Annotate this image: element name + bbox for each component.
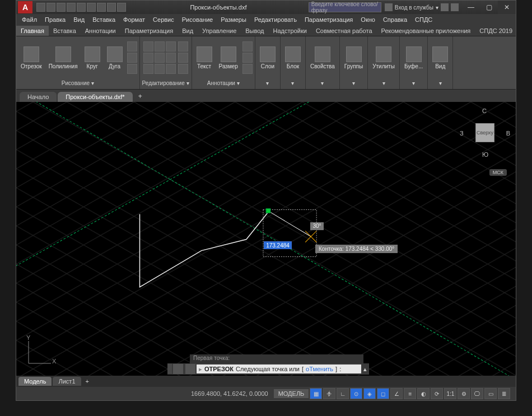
menu-view[interactable]: Вид [70, 15, 88, 24]
menu-service[interactable]: Сервис [150, 15, 178, 24]
status-otrack-icon[interactable]: ∠ [390, 388, 403, 399]
cmdline-grip-icon[interactable] [167, 364, 172, 374]
panel-title-draw[interactable]: Рисование ▾ [62, 78, 94, 88]
qat-more-icon[interactable] [117, 3, 126, 12]
groups-button[interactable]: Группы [342, 45, 365, 71]
exchange-icon[interactable] [441, 3, 449, 11]
status-lwt-icon[interactable]: ≡ [404, 388, 416, 399]
erase-icon[interactable] [178, 41, 188, 52]
viewcube[interactable]: С З В Ю Сверху [460, 107, 510, 158]
status-snap-icon[interactable]: ⸎ [323, 388, 335, 399]
ribbon-tab-insert[interactable]: Вставка [49, 26, 81, 36]
draw-small-2[interactable] [127, 53, 137, 63]
menu-spds[interactable]: СПДС [412, 15, 436, 24]
status-transparency-icon[interactable]: ◐ [417, 388, 430, 399]
clip-button[interactable]: Буфе... [402, 45, 425, 71]
block-button[interactable]: Блок [283, 45, 303, 71]
line-button[interactable]: Отрезок [18, 45, 44, 71]
drawing-canvas[interactable]: 173.2484 30° Конточка: 173.2484 < 330.00… [16, 102, 516, 376]
help-icon[interactable] [451, 3, 459, 11]
menu-window[interactable]: Окно [357, 15, 379, 24]
qat-save-icon[interactable] [57, 3, 66, 12]
qat-print-icon[interactable] [107, 3, 116, 12]
dynamic-length-input[interactable]: 173.2484 [264, 241, 292, 249]
status-ortho-icon[interactable]: ∟ [337, 388, 349, 399]
status-cycle-icon[interactable]: ⟳ [431, 388, 443, 399]
circle-button[interactable]: Круг [82, 45, 102, 71]
ribbon-tab-addins[interactable]: Надстройки [269, 26, 311, 36]
viewcube-west[interactable]: З [460, 130, 464, 137]
array-icon[interactable] [166, 64, 176, 74]
ribbon-tab-annot[interactable]: Аннотации [81, 26, 120, 36]
cmdline-config-icon[interactable] [185, 364, 195, 374]
mirror-icon[interactable] [155, 53, 165, 63]
status-monitor-icon[interactable]: 🖵 [471, 388, 483, 399]
move-icon[interactable] [143, 41, 153, 52]
status-customize-icon[interactable]: ≣ [498, 388, 510, 399]
maximize-button[interactable]: ▢ [480, 1, 498, 14]
qat-open-icon[interactable] [46, 3, 55, 12]
panel-title-annot[interactable]: Аннотации ▾ [207, 78, 240, 88]
qat-plot-icon[interactable] [77, 3, 86, 12]
cmdline-expand-icon[interactable]: ▴ [361, 366, 369, 373]
command-line[interactable]: ▸ ОТРЕЗОК Следующая точка или [оТменить]… [167, 363, 369, 375]
leader-icon[interactable] [242, 41, 253, 52]
utils-button[interactable]: Утилиты [370, 45, 397, 71]
menu-format[interactable]: Формат [120, 15, 148, 24]
table-icon[interactable] [242, 53, 253, 63]
close-button[interactable]: ✕ [498, 1, 516, 14]
menu-modify[interactable]: Редактировать [251, 15, 300, 24]
ribbon-tab-featured[interactable]: Рекомендованные приложения [377, 26, 475, 36]
copy-icon[interactable] [143, 53, 153, 63]
menu-parametric[interactable]: Параметризация [301, 15, 356, 24]
cmdline-close-icon[interactable] [173, 364, 183, 374]
ribbon-tab-output[interactable]: Вывод [241, 26, 268, 36]
viewcube-north[interactable]: С [482, 107, 487, 114]
draw-small-3[interactable] [127, 64, 137, 74]
menu-edit[interactable]: Правка [41, 15, 69, 24]
polyline-button[interactable]: Полилиния [46, 45, 80, 71]
view-button[interactable]: Вид [430, 45, 450, 71]
qat-new-icon[interactable] [36, 3, 45, 12]
viewcube-top-face[interactable]: Сверху [475, 123, 494, 142]
wcs-badge[interactable]: МСК [489, 169, 507, 176]
stretch-icon[interactable] [143, 64, 153, 74]
cmd-option[interactable]: оТменить [306, 366, 333, 372]
status-polar-icon[interactable]: ⊙ [350, 388, 362, 399]
menu-draw[interactable]: Рисование [179, 15, 216, 24]
tab-new-button[interactable]: + [134, 91, 147, 102]
viewcube-east[interactable]: В [506, 130, 510, 137]
layout-tab-add[interactable]: + [82, 377, 92, 386]
menu-insert[interactable]: Вставка [89, 15, 119, 24]
text-button[interactable]: Текст [194, 45, 214, 71]
ribbon-tab-manage[interactable]: Управление [198, 26, 241, 36]
dimension-button[interactable]: Размер [217, 45, 240, 71]
ribbon-tab-collab[interactable]: Совместная работа [311, 26, 377, 36]
dynamic-angle-input[interactable]: 30° [310, 222, 324, 230]
fillet-icon[interactable] [166, 53, 176, 63]
qat-saveas-icon[interactable] [67, 3, 76, 12]
ribbon-tab-spds[interactable]: СПДС 2019 [475, 26, 516, 36]
rotate-icon[interactable] [155, 41, 165, 52]
menu-dimensions[interactable]: Размеры [217, 15, 250, 24]
ribbon-tab-view[interactable]: Вид [178, 26, 198, 36]
ribbon-tab-param[interactable]: Параметризация [120, 26, 178, 36]
props-button[interactable]: Свойства [308, 45, 337, 71]
viewcube-south[interactable]: Ю [482, 151, 488, 158]
search-input[interactable]: Введите ключевое слово/фразу [309, 2, 381, 12]
draw-small-1[interactable] [127, 41, 137, 52]
status-iso-icon[interactable]: ◈ [363, 388, 376, 399]
layers-button[interactable]: Слои [258, 45, 278, 71]
offset-icon[interactable] [178, 64, 188, 74]
qat-redo-icon[interactable] [97, 3, 106, 12]
explode-icon[interactable] [178, 53, 188, 63]
qat-undo-icon[interactable] [87, 3, 96, 12]
ribbon-tab-home[interactable]: Главная [16, 26, 49, 36]
arc-button[interactable]: Дуга [105, 45, 125, 71]
mtext-icon[interactable] [242, 64, 253, 74]
layout-tab-model[interactable]: Модель [18, 377, 52, 386]
status-osnap-icon[interactable]: ◻ [377, 388, 389, 399]
status-annoscale-icon[interactable]: 1:1 [444, 388, 456, 399]
minimize-button[interactable]: — [462, 1, 480, 14]
scale-icon[interactable] [155, 64, 165, 74]
